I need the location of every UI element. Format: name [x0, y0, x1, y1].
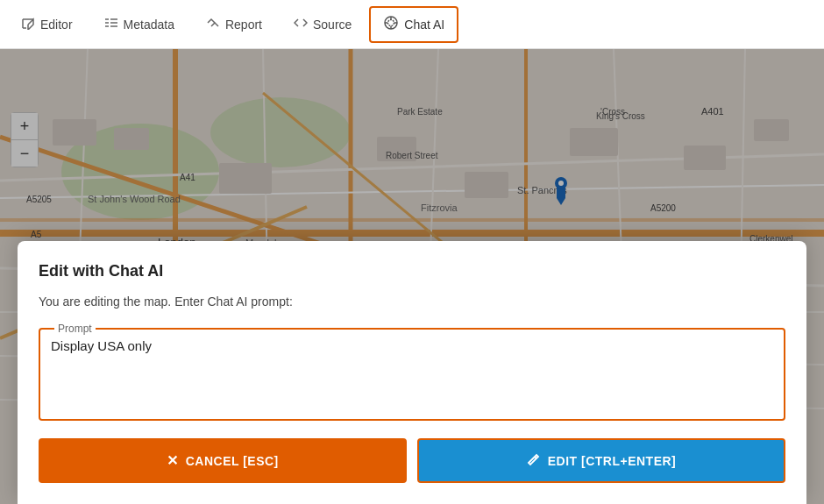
edit-label: EDIT [CTRL+ENTER] — [548, 454, 677, 468]
buttons-row: ✕ CANCEL [ESC] EDIT [CTRL+ENTER] — [39, 438, 785, 483]
prompt-textarea[interactable] — [51, 335, 773, 405]
tab-report-label: Report — [225, 18, 262, 32]
tab-metadata[interactable]: Metadata — [90, 7, 188, 42]
tab-metadata-label: Metadata — [124, 18, 174, 32]
tab-editor[interactable]: Editor — [7, 7, 87, 42]
svg-line-65 — [535, 457, 536, 458]
edit-button[interactable]: EDIT [CTRL+ENTER] — [417, 438, 785, 483]
chat-ai-icon — [383, 15, 399, 34]
edit-dialog: Edit with Chat AI You are editing the ma… — [18, 241, 806, 504]
prompt-legend: Prompt — [54, 323, 96, 335]
tab-editor-label: Editor — [40, 18, 73, 32]
svg-point-10 — [388, 19, 394, 25]
toolbar: Editor Metadata Report Source — [0, 0, 824, 49]
metadata-icon — [104, 16, 118, 33]
prompt-fieldset: Prompt — [39, 323, 785, 421]
dialog-subtitle: You are editing the map. Enter Chat AI p… — [39, 295, 785, 309]
modal-overlay: Edit with Chat AI You are editing the ma… — [0, 49, 824, 504]
editor-icon — [21, 16, 35, 33]
tab-source-label: Source — [313, 18, 352, 32]
edit-icon — [527, 452, 541, 469]
tab-chat-ai-label: Chat AI — [404, 18, 444, 32]
tab-source[interactable]: Source — [280, 7, 366, 42]
source-icon — [294, 16, 308, 33]
tab-report[interactable]: Report — [192, 7, 276, 42]
report-icon — [206, 16, 220, 33]
cancel-button[interactable]: ✕ CANCEL [ESC] — [39, 438, 407, 483]
cancel-icon: ✕ — [167, 452, 179, 469]
dialog-title: Edit with Chat AI — [39, 262, 785, 280]
cancel-label: CANCEL [ESC] — [186, 454, 279, 468]
tab-chat-ai[interactable]: Chat AI — [369, 6, 458, 43]
